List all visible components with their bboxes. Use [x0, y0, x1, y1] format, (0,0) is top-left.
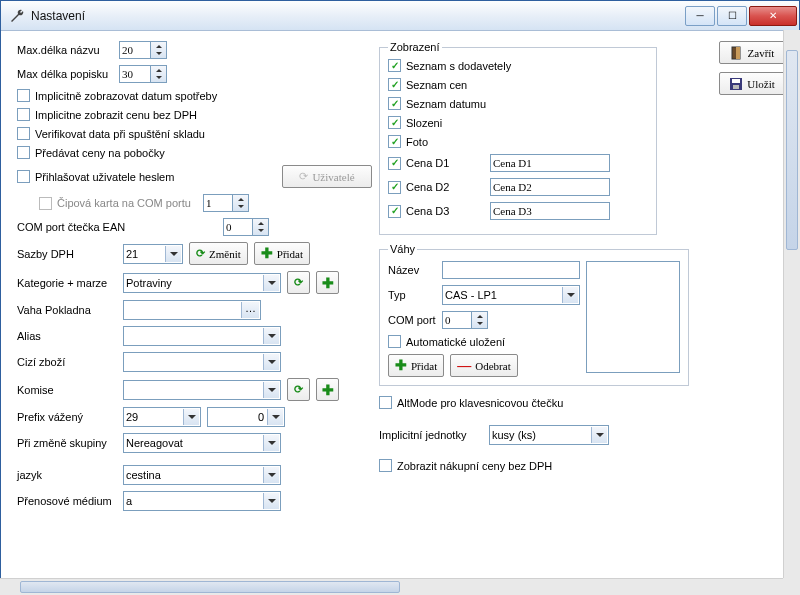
spin-control[interactable]: [151, 65, 167, 83]
window-title: Nastavení: [31, 9, 683, 23]
com-ean-label: COM port čtečka EAN: [17, 221, 217, 233]
scale-comport-input[interactable]: [442, 311, 472, 329]
transfer-medium-label: Přenosové médium: [17, 495, 117, 507]
prefix-weighed-label: Prefix vážený: [17, 411, 117, 423]
category-combo[interactable]: Potraviny: [123, 273, 281, 293]
list-dates-checkbox[interactable]: Seznam datumu: [388, 97, 486, 110]
implicit-date-checkbox[interactable]: Implicitně zobrazovat datum spotřeby: [17, 89, 217, 102]
scale-comport-label: COM port: [388, 314, 436, 326]
verify-data-checkbox[interactable]: Verifikovat data při spuštění skladu: [17, 127, 205, 140]
close-button[interactable]: Zavřít: [719, 41, 785, 64]
scales-legend: Váhy: [388, 243, 417, 255]
alias-label: Alias: [17, 330, 117, 342]
plus-icon: ✚: [322, 275, 334, 291]
language-label: jazyk: [17, 469, 117, 481]
window-close-button[interactable]: ✕: [749, 6, 797, 26]
spin-control[interactable]: [472, 311, 488, 329]
comission-label: Komise: [17, 384, 117, 396]
spin-control[interactable]: [253, 218, 269, 236]
altmode-checkbox[interactable]: AltMode pro klavesnicovou čtečku: [379, 396, 563, 409]
titlebar[interactable]: Nastavení ─ ☐ ✕: [1, 1, 799, 31]
max-name-len-input[interactable]: [119, 41, 151, 59]
scale-label: Vaha Pokladna: [17, 304, 117, 316]
users-button[interactable]: ⟳Uživatelé: [282, 165, 372, 188]
comission-combo[interactable]: [123, 380, 281, 400]
language-combo[interactable]: cestina: [123, 465, 281, 485]
wrench-icon: [9, 8, 25, 24]
minus-icon: —: [457, 358, 471, 374]
photo-checkbox[interactable]: Foto: [388, 135, 428, 148]
comission-refresh-button[interactable]: ⟳: [287, 378, 310, 401]
scale-add-button[interactable]: ✚Přidat: [388, 354, 444, 377]
login-password-checkbox[interactable]: Přihlašovat uživatele heslem: [17, 170, 174, 183]
chip-card-checkbox[interactable]: Čipová karta na COM portu: [39, 197, 191, 210]
scales-list[interactable]: [586, 261, 680, 373]
plus-icon: ✚: [261, 245, 273, 262]
list-suppliers-checkbox[interactable]: Seznam s dodavetely: [388, 59, 511, 72]
transfer-prices-checkbox[interactable]: Předávat ceny na pobočky: [17, 146, 165, 159]
list-prices-checkbox[interactable]: Seznam cen: [388, 78, 467, 91]
foreign-label: Cizí zboží: [17, 356, 117, 368]
refresh-icon: ⟳: [294, 276, 303, 289]
vat-add-button[interactable]: ✚Přidat: [254, 242, 310, 265]
minimize-button[interactable]: ─: [685, 6, 715, 26]
on-group-change-combo[interactable]: Nereagovat: [123, 433, 281, 453]
on-group-change-label: Při změně skupiny: [17, 437, 117, 449]
category-refresh-button[interactable]: ⟳: [287, 271, 310, 294]
vat-label: Sazby DPH: [17, 248, 117, 260]
refresh-icon: ⟳: [294, 383, 303, 396]
category-add-button[interactable]: ✚: [316, 271, 339, 294]
scale-type-label: Typ: [388, 289, 436, 301]
show-buy-novat-checkbox[interactable]: Zobrazit nákupní ceny bez DPH: [379, 459, 552, 472]
view-legend: Zobrazení: [388, 41, 442, 53]
floppy-icon: [729, 77, 743, 91]
refresh-icon: ⟳: [299, 170, 308, 183]
price-d1-input[interactable]: [490, 154, 610, 172]
scale-name-input[interactable]: [442, 261, 580, 279]
door-icon: [730, 46, 744, 60]
vertical-scrollbar[interactable]: [783, 30, 800, 578]
scale-browse[interactable]: …: [123, 300, 261, 320]
scale-autosave-checkbox[interactable]: Automatické uložení: [388, 335, 505, 348]
price-d3-input[interactable]: [490, 202, 610, 220]
vat-change-button[interactable]: ⟳Změnit: [189, 242, 248, 265]
view-group: Zobrazení Seznam s dodavetely Seznam cen…: [379, 41, 657, 235]
spin-control[interactable]: [233, 194, 249, 212]
content-area: Max.délka názvu Max délka popisku Implic…: [1, 31, 799, 594]
save-button[interactable]: Uložit: [719, 72, 785, 95]
scale-name-label: Název: [388, 264, 436, 276]
composition-checkbox[interactable]: Slozeni: [388, 116, 442, 129]
max-desc-len-label: Max délka popisku: [17, 68, 113, 80]
maximize-button[interactable]: ☐: [717, 6, 747, 26]
settings-window: Nastavení ─ ☐ ✕ Max.délka názvu Max délk…: [0, 0, 800, 595]
units-combo[interactable]: kusy (ks): [489, 425, 609, 445]
category-label: Kategorie + marze: [17, 277, 117, 289]
spin-control[interactable]: [151, 41, 167, 59]
price-d1-checkbox[interactable]: Cena D1: [388, 157, 484, 170]
implicit-price-novat-checkbox[interactable]: Implicitne zobrazit cenu bez DPH: [17, 108, 197, 121]
foreign-combo[interactable]: [123, 352, 281, 372]
max-desc-len-input[interactable]: [119, 65, 151, 83]
svg-rect-4: [733, 85, 739, 89]
scales-group: Váhy Název TypCAS - LP1 COM port Automat…: [379, 243, 689, 386]
price-d2-input[interactable]: [490, 178, 610, 196]
prefix-weighed-1[interactable]: 29: [123, 407, 201, 427]
price-d3-checkbox[interactable]: Cena D3: [388, 205, 484, 218]
price-d2-checkbox[interactable]: Cena D2: [388, 181, 484, 194]
alias-combo[interactable]: [123, 326, 281, 346]
plus-icon: ✚: [395, 357, 407, 374]
refresh-icon: ⟳: [196, 247, 205, 260]
com-ean-input[interactable]: [223, 218, 253, 236]
horizontal-scrollbar[interactable]: [0, 578, 783, 595]
scrollbar-corner: [783, 578, 800, 595]
transfer-medium-combo[interactable]: a: [123, 491, 281, 511]
chip-card-port-input[interactable]: [203, 194, 233, 212]
units-label: Implicitní jednotky: [379, 429, 483, 441]
prefix-weighed-2[interactable]: 0: [207, 407, 285, 427]
comission-add-button[interactable]: ✚: [316, 378, 339, 401]
svg-rect-1: [736, 47, 740, 59]
scale-remove-button[interactable]: —Odebrat: [450, 354, 517, 377]
vat-combo[interactable]: 21: [123, 244, 183, 264]
max-name-len-label: Max.délka názvu: [17, 44, 113, 56]
scale-type-combo[interactable]: CAS - LP1: [442, 285, 580, 305]
